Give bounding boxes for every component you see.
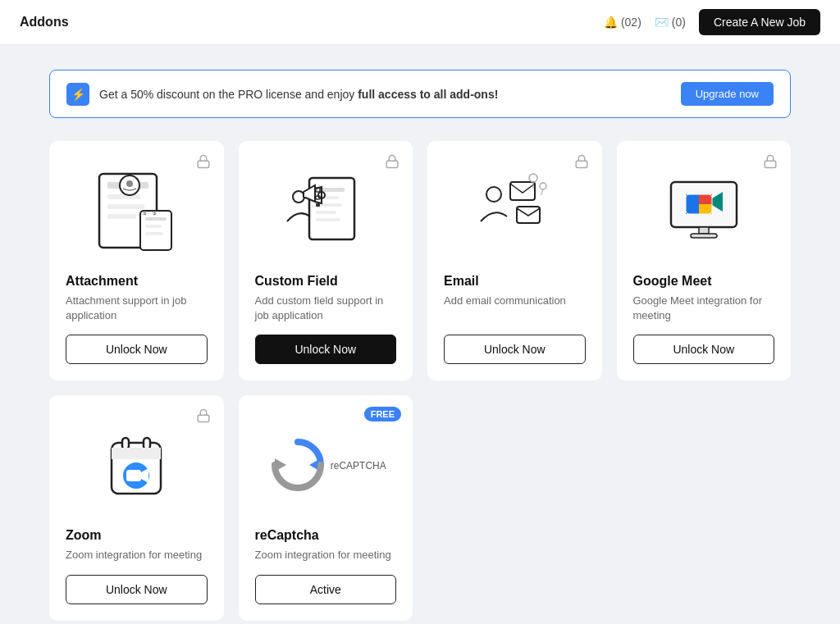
lock-icon — [196, 154, 211, 172]
card-recaptcha: FREE reCAPTCHA reCAPTCHA reCaptcha Zoom … — [239, 395, 413, 620]
google-meet-illustration — [633, 157, 775, 264]
custom-field-illustration — [255, 157, 397, 264]
svg-rect-45 — [122, 438, 129, 449]
main-content: ⚡ Get a 50% discount on the PRO license … — [0, 45, 840, 624]
card-attachment: $ $ Attachment Attachment support in job… — [49, 141, 224, 380]
card-google-meet: Google Meet Google Meet integration for … — [617, 141, 792, 380]
svg-point-7 — [126, 180, 133, 187]
svg-rect-5 — [107, 214, 136, 219]
create-job-button[interactable]: Create A New Job — [699, 9, 820, 35]
addons-grid: $ $ Attachment Attachment support in job… — [49, 141, 791, 621]
svg-rect-29 — [517, 207, 540, 223]
svg-marker-52 — [275, 458, 286, 471]
svg-rect-42 — [691, 234, 717, 238]
svg-rect-14 — [386, 161, 398, 167]
card-email-desc: Add email communication — [444, 294, 586, 323]
svg-rect-28 — [510, 182, 535, 200]
svg-rect-4 — [107, 204, 144, 209]
card-email: Email Add email communication Unlock Now — [427, 141, 602, 380]
google-meet-unlock-button[interactable]: Unlock Now — [633, 335, 775, 364]
card-zoom-desc: Zoom integration for meeting — [66, 548, 208, 563]
svg-rect-37 — [686, 194, 699, 214]
free-badge: FREE — [364, 407, 401, 421]
email-illustration — [444, 157, 586, 264]
lock-icon — [196, 408, 211, 426]
zoom-illustration — [66, 412, 208, 518]
banner-message: Get a 50% discount on the PRO license an… — [99, 88, 498, 101]
card-recaptcha-title: reCaptcha — [255, 528, 397, 543]
svg-rect-8 — [140, 211, 171, 250]
upgrade-button[interactable]: Upgrade now — [681, 82, 774, 106]
svg-rect-32 — [765, 161, 776, 167]
page-title: Addons — [20, 15, 69, 30]
attachment-illustration: $ $ — [66, 157, 208, 264]
svg-text:$: $ — [143, 209, 147, 216]
svg-point-30 — [529, 174, 537, 182]
svg-text:$: $ — [153, 209, 157, 216]
svg-point-27 — [486, 187, 501, 202]
svg-rect-26 — [576, 161, 587, 167]
card-attachment-desc: Attachment support in job application — [66, 294, 208, 323]
messages-button[interactable]: ✉️ (0) — [655, 16, 686, 29]
svg-rect-23 — [316, 203, 320, 207]
card-attachment-title: Attachment — [66, 274, 208, 289]
card-custom-field-desc: Add custom field support in job applicat… — [255, 294, 397, 323]
notifications-button[interactable]: 🔔 (02) — [604, 16, 641, 29]
lightning-icon: ⚡ — [66, 83, 89, 106]
attachment-unlock-button[interactable]: Unlock Now — [66, 335, 208, 364]
svg-rect-20 — [316, 218, 340, 221]
header-actions: 🔔 (02) ✉️ (0) Create A New Job — [604, 9, 820, 35]
card-email-title: Email — [444, 274, 586, 289]
svg-rect-0 — [198, 161, 209, 167]
custom-field-unlock-button[interactable]: Unlock Now — [255, 335, 397, 364]
promo-banner: ⚡ Get a 50% discount on the PRO license … — [49, 70, 791, 118]
card-custom-field: Custom Field Add custom field support in… — [239, 141, 413, 380]
card-custom-field-title: Custom Field — [255, 274, 397, 289]
svg-rect-46 — [144, 438, 150, 449]
svg-rect-39 — [699, 204, 712, 214]
mail-icon: ✉️ — [655, 16, 669, 29]
svg-rect-9 — [145, 217, 167, 221]
svg-rect-49 — [126, 470, 141, 481]
card-google-meet-title: Google Meet — [633, 274, 775, 289]
lock-icon — [763, 154, 778, 172]
lock-icon — [574, 154, 589, 172]
email-unlock-button[interactable]: Unlock Now — [444, 335, 586, 364]
lock-icon — [385, 154, 399, 172]
svg-rect-41 — [699, 227, 709, 234]
banner-text: ⚡ Get a 50% discount on the PRO license … — [66, 83, 498, 106]
svg-rect-11 — [145, 232, 163, 235]
svg-rect-47 — [112, 448, 161, 459]
svg-rect-10 — [145, 225, 162, 228]
bell-icon: 🔔 — [604, 16, 618, 29]
header: Addons 🔔 (02) ✉️ (0) Create A New Job — [0, 0, 840, 45]
svg-rect-43 — [198, 416, 209, 422]
svg-rect-15 — [309, 178, 354, 239]
svg-rect-3 — [107, 194, 140, 199]
svg-point-24 — [293, 191, 304, 203]
card-zoom: Zoom Zoom integration for meeting Unlock… — [49, 395, 224, 620]
card-google-meet-desc: Google Meet integration for meeting — [633, 294, 775, 323]
card-recaptcha-desc: Zoom integration for meeting — [255, 548, 397, 563]
svg-point-31 — [540, 183, 546, 189]
recaptcha-illustration: reCAPTCHA reCAPTCHA — [255, 412, 397, 518]
recaptcha-active-button[interactable]: Active — [255, 575, 397, 604]
svg-rect-38 — [699, 194, 712, 204]
card-zoom-title: Zoom — [66, 528, 208, 543]
zoom-unlock-button[interactable]: Unlock Now — [66, 575, 208, 604]
svg-rect-19 — [316, 211, 336, 214]
